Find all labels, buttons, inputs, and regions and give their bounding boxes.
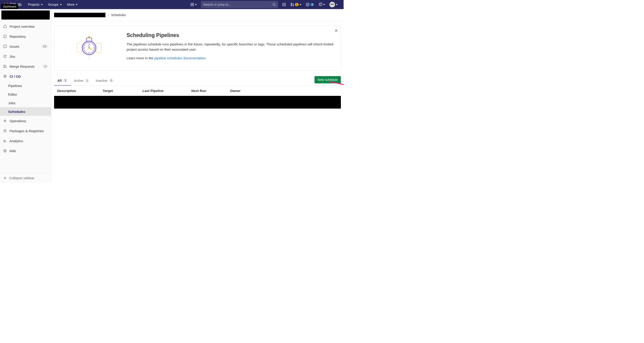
sidebar-item-cicd[interactable]: CI / CD xyxy=(0,71,51,81)
chevron-left-double-icon xyxy=(3,176,7,180)
avatar xyxy=(330,2,335,7)
sidebar-item-repository[interactable]: Repository xyxy=(0,31,51,41)
sub-item-editor[interactable]: Editor xyxy=(0,90,51,99)
sidebar-item-label: Packages & Registries xyxy=(10,129,44,133)
chevron-down-icon xyxy=(76,4,78,5)
sidebar-item-issues[interactable]: Issues 11 xyxy=(0,41,51,51)
sidebar-item-operations[interactable]: Operations xyxy=(0,116,51,126)
gear-icon xyxy=(3,119,7,123)
chevron-down-icon xyxy=(323,4,325,5)
nav-groups[interactable]: Groups xyxy=(46,0,64,9)
svg-point-13 xyxy=(333,4,333,4)
todo-icon xyxy=(306,3,310,6)
mr-count-badge: 1 xyxy=(295,3,298,6)
chevron-down-icon xyxy=(300,4,301,5)
svg-point-12 xyxy=(331,4,332,4)
sidebar-item-jira[interactable]: Jira xyxy=(0,51,51,61)
external-link-icon xyxy=(3,54,7,58)
sidebar-item-wiki[interactable]: Wiki xyxy=(0,146,51,156)
info-title: Scheduling Pipelines xyxy=(126,32,334,38)
svg-rect-21 xyxy=(96,43,102,52)
tab-label: Inactive xyxy=(96,79,108,82)
user-menu[interactable] xyxy=(327,0,340,9)
info-learn-more: Learn more in the pipeline schedules doc… xyxy=(126,55,334,61)
col-owner: Owner xyxy=(230,89,338,93)
table-row[interactable] xyxy=(54,96,341,109)
plus-icon xyxy=(190,3,194,6)
help-icon xyxy=(318,2,322,7)
issue-icon xyxy=(282,3,286,6)
svg-point-1 xyxy=(273,3,275,5)
tab-inactive[interactable]: Inactive 0 xyxy=(92,76,116,85)
sub-item-jobs[interactable]: Jobs xyxy=(0,99,51,107)
sidebar-item-label: Jira xyxy=(10,54,15,58)
svg-rect-24 xyxy=(86,38,92,41)
col-last-pipeline: Last Pipeline xyxy=(142,89,191,93)
sidebar-item-label: CI / CD xyxy=(10,74,21,78)
svg-point-34 xyxy=(84,48,85,48)
chevron-down-icon xyxy=(60,4,62,5)
create-new-button[interactable] xyxy=(188,0,199,9)
close-icon[interactable]: ✕ xyxy=(334,28,338,33)
mr-count: 1 xyxy=(43,64,48,68)
issues-shortcut[interactable] xyxy=(280,0,288,9)
info-body: The pipelines schedule runs pipelines in… xyxy=(126,41,334,52)
svg-point-32 xyxy=(94,48,94,48)
svg-rect-14 xyxy=(4,45,6,48)
merge-request-icon xyxy=(290,3,294,6)
nav-projects[interactable]: Projects xyxy=(25,0,46,9)
help-menu[interactable] xyxy=(316,0,327,9)
merge-request-icon xyxy=(3,64,7,68)
home-icon xyxy=(3,24,7,28)
docs-link[interactable]: pipeline schedules documentation xyxy=(154,56,206,60)
todo-count-badge: 1 xyxy=(310,3,314,6)
svg-point-15 xyxy=(4,65,4,66)
svg-rect-25 xyxy=(88,36,90,38)
file-icon xyxy=(3,34,7,38)
nav-more[interactable]: More xyxy=(64,0,80,9)
info-banner: ✕ Scheduling Pipeline xyxy=(54,26,341,70)
sub-item-schedules[interactable]: Schedules xyxy=(0,107,51,116)
tab-all[interactable]: All 1 xyxy=(54,76,71,86)
svg-point-5 xyxy=(291,5,292,6)
new-schedule-button[interactable]: New schedule xyxy=(314,76,341,83)
tab-label: Active xyxy=(74,79,84,82)
top-navbar: GitLab Projects Groups More 1 1 xyxy=(0,0,344,9)
sidebar-item-label: Merge Requests xyxy=(10,64,34,68)
project-tile[interactable] xyxy=(1,10,50,19)
sidebar-item-packages[interactable]: Packages & Registries xyxy=(0,126,51,136)
sidebar-item-label: Wiki xyxy=(10,149,16,153)
sidebar-item-label: Operations xyxy=(10,119,26,123)
breadcrumb-project[interactable] xyxy=(54,13,106,17)
issues-count: 11 xyxy=(41,44,48,48)
sidebar-item-overview[interactable]: Project overview xyxy=(0,21,51,31)
sidebar-item-analytics[interactable]: Analytics xyxy=(0,136,51,146)
chart-icon xyxy=(3,139,7,143)
chevron-down-icon xyxy=(41,4,43,5)
svg-point-3 xyxy=(284,4,284,5)
collapse-sidebar-button[interactable]: Collapse sidebar xyxy=(0,173,51,183)
schedule-illustration xyxy=(61,32,118,64)
nav-projects-label: Projects xyxy=(28,3,40,6)
todos-shortcut[interactable]: 1 xyxy=(304,0,316,9)
sidebar-item-label: Project overview xyxy=(10,24,34,28)
sidebar: Project overview Repository Issues 11 Ji… xyxy=(0,9,51,183)
sidebar-item-merge-requests[interactable]: Merge Requests 1 xyxy=(0,61,51,71)
sub-item-pipelines[interactable]: Pipelines xyxy=(0,81,51,90)
col-target: Target xyxy=(103,89,142,93)
table-header: Description Target Last Pipeline Next Ru… xyxy=(54,86,341,96)
svg-point-18 xyxy=(4,120,6,121)
svg-rect-20 xyxy=(76,43,82,52)
tab-count: 0 xyxy=(109,79,114,82)
col-description: Description xyxy=(57,89,103,93)
svg-point-4 xyxy=(291,3,292,4)
search-input[interactable] xyxy=(203,3,272,6)
search-box[interactable] xyxy=(201,1,278,8)
sidebar-item-label: Issues xyxy=(10,44,19,48)
merge-requests-shortcut[interactable]: 1 xyxy=(288,0,304,9)
nav-more-label: More xyxy=(67,3,74,6)
tab-active[interactable]: Active 1 xyxy=(71,76,93,85)
content-area: › Schedules ✕ xyxy=(51,9,344,183)
breadcrumb-separator: › xyxy=(108,13,109,17)
nav-groups-label: Groups xyxy=(48,3,59,6)
